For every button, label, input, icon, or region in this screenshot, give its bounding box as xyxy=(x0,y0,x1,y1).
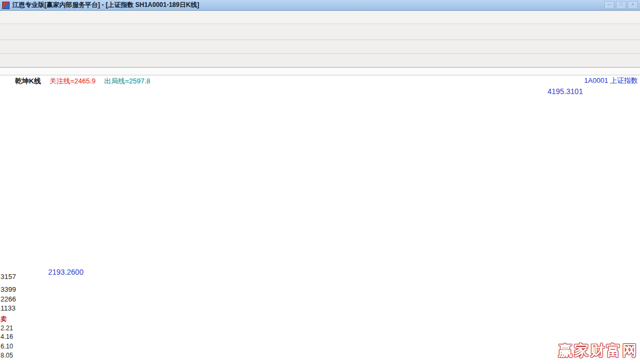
minimize-button[interactable]: ─ xyxy=(604,1,614,9)
window-controls: ─ □ × xyxy=(604,1,638,9)
toolbar-icons xyxy=(0,40,640,54)
kline-canvas[interactable] xyxy=(0,75,640,364)
chart-area: 乾坤K线 关注线=2465.9 出局线=2597.8 1A0001 上证指数 4… xyxy=(0,75,640,364)
volume-axis-label-1: 3399 xyxy=(1,285,16,293)
volume-axis-label-3: 1133 xyxy=(1,304,16,312)
close-button[interactable]: × xyxy=(628,1,638,9)
indicator-axis-label-2: 4.16 xyxy=(1,333,13,340)
volume-axis-label-2: 2266 xyxy=(1,295,16,303)
app-logo-icon xyxy=(2,2,10,9)
maximize-button[interactable]: □ xyxy=(616,1,626,9)
exit-line-label: 出局线=2597.8 xyxy=(104,76,150,86)
panel-sell-label: 卖 xyxy=(1,315,7,324)
indicator-axis-label-3: 6.10 xyxy=(1,343,13,350)
instrument-code-label: 1A0001 上证指数 xyxy=(584,76,638,86)
indicator-axis-label-1: 2.21 xyxy=(1,324,13,332)
menubar xyxy=(0,11,640,24)
low-price-annotation: 2193.2600 xyxy=(48,268,83,276)
toolbar-main xyxy=(0,24,640,40)
indicator-axis-label-4: 8.05 xyxy=(1,352,13,359)
price-axis-label: 3157 xyxy=(1,273,16,281)
chart-legend: 乾坤K线 关注线=2465.9 出局线=2597.8 xyxy=(15,76,150,86)
window-title: 江恩专业版[赢家内部服务平台] - [上证指数 SH1A0001-189日K线] xyxy=(12,1,199,10)
indicator-name-label: 乾坤K线 xyxy=(15,76,41,86)
watermark: 赢家财富网 xyxy=(558,341,638,360)
toolbar-draw xyxy=(0,54,640,67)
titlebar: 江恩专业版[赢家内部服务平台] - [上证指数 SH1A0001-189日K线]… xyxy=(0,0,640,11)
attention-line-label: 关注线=2465.9 xyxy=(49,76,95,86)
date-axis xyxy=(0,67,640,75)
peak-price-annotation: 4195.3101 xyxy=(548,87,583,96)
app-window: 江恩专业版[赢家内部服务平台] - [上证指数 SH1A0001-189日K线]… xyxy=(0,0,640,364)
